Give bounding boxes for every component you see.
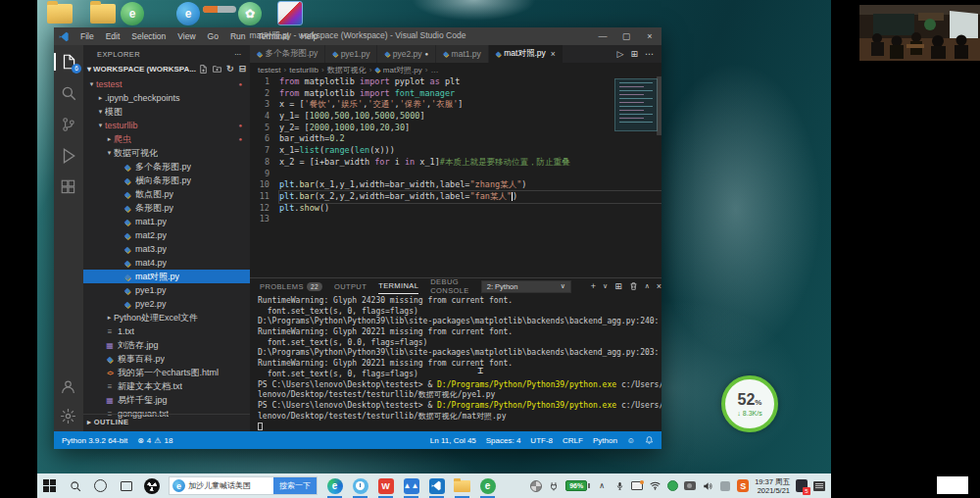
search-go-button[interactable]: 搜索一下 [273,477,317,494]
feedback-icon[interactable]: ☺ [627,436,635,445]
run-debug-icon[interactable] [60,147,77,165]
refresh-icon[interactable]: ↻ [226,64,234,74]
menu-item-go[interactable]: Go [203,29,223,43]
code-line[interactable]: 6bar_width=0.2 [250,133,662,145]
tree-item[interactable]: ◆pye2.py [83,297,250,311]
tree-item[interactable]: ▾模图 [83,105,250,119]
panel-tab-output[interactable]: OUTPUT [334,278,367,294]
python-version-status[interactable]: Python 3.9.2 64-bit [62,436,127,445]
minimize-button[interactable]: — [591,27,614,45]
tree-item[interactable]: ◆横向条形图.py [83,174,250,187]
clock-app-icon[interactable] [352,477,368,494]
tree-item[interactable]: ◆糗事百科.py [83,352,250,366]
editor-tab[interactable]: ◆mat1.py [436,45,489,63]
wifi-icon[interactable] [649,480,661,492]
breadcrumb-item[interactable]: testurllib [289,66,318,75]
file-explorer-icon[interactable] [454,477,470,494]
status-item[interactable]: CRLF [563,436,583,445]
selected-app-desktop-icon[interactable] [277,1,303,25]
tree-item[interactable]: ◆条形图.py [83,201,250,215]
code-line[interactable]: 10plt.bar(x_1,y_1,width=bar_width,label=… [250,179,662,191]
browser-360-desktop-icon[interactable]: e [121,2,144,25]
editor-more-icon[interactable]: ⋯ [645,49,654,59]
code-line[interactable]: 5y_2= [2000,1000,100,20,30] [250,123,662,134]
black-circle-app-icon[interactable] [143,477,160,494]
editor-tab[interactable]: ◆pye2.py● [377,45,436,63]
status-item[interactable]: Ln 11, Col 45 [430,436,476,445]
tree-item[interactable]: ▾testurllib● [83,119,250,132]
close-button[interactable]: × [638,27,662,45]
power-plug-icon[interactable] [548,480,560,492]
code-editor[interactable]: 1from matplotlib import pyplot as plt2fr… [250,76,662,277]
sogou-input-icon[interactable]: S [737,480,749,492]
tree-item[interactable]: ▦易烊千玺.jpg [83,393,250,407]
account-icon[interactable] [60,378,77,396]
battery-indicator[interactable]: 96% [565,480,590,491]
menu-item-edit[interactable]: Edit [101,29,125,43]
screenshot-tray-icon[interactable] [631,480,643,492]
breadcrumb-item[interactable]: … [430,66,438,75]
settings-gear-icon[interactable] [60,408,77,425]
problems-status[interactable]: ⊗ 4 ⚠ 18 [137,436,172,445]
menu-item-terminal[interactable]: Terminal [253,29,294,43]
breadcrumb-item[interactable]: testest [258,66,281,75]
collapse-all-icon[interactable]: ⊟ [238,64,246,74]
tree-item[interactable]: ◆散点图.py [83,187,250,201]
hidden-icons-chevron[interactable]: ∧ [596,480,608,492]
tree-item[interactable]: ◆mat3.py [83,242,250,256]
code-line[interactable]: 3x = ['餐饮','娱乐','交通','保养','衣服'] [250,99,662,111]
panel-tab-terminal[interactable]: TERMINAL [378,278,418,294]
blue-m-app-icon[interactable]: ▲▲ [403,477,419,494]
new-folder-icon[interactable] [213,65,221,74]
action-center-icon[interactable] [813,480,825,492]
tree-item[interactable]: ≡新建文本文档.txt [83,379,250,393]
editor-tab[interactable]: ◆pye1.py [325,45,377,63]
start-button[interactable] [41,477,58,494]
code-line[interactable]: 9 [250,169,662,180]
new-terminal-icon[interactable]: + [591,281,596,291]
menu-item-selection[interactable]: Selection [126,29,171,43]
ie-browser-desktop-icon[interactable]: e [176,2,200,25]
microphone-tray-icon[interactable] [613,480,625,492]
workspace-section-header[interactable]: ▾ WORKSPACE (WORKSPA... ↻ ⊟ [83,62,250,75]
edge-browser-icon[interactable]: e [326,477,343,494]
code-line[interactable]: 8x_2 = [i+bar_width for i in x_1]#本质上就是要… [250,157,662,169]
webcam-thumbnail[interactable] [859,5,980,61]
explorer-icon[interactable]: 6 [60,53,77,71]
code-line[interactable]: 1from matplotlib import pyplot as plt [250,76,662,88]
tree-item[interactable]: ◆mat1.py [83,215,250,228]
notification-app-icon[interactable]: 5 [796,480,808,492]
tree-item[interactable]: ◆mat4.py [83,256,250,270]
wps-icon[interactable]: W [377,477,394,494]
desktop-folder-icon[interactable] [90,4,116,24]
new-file-icon[interactable] [199,65,208,74]
breadcrumb-item[interactable]: mat对照.py [383,65,422,75]
taskbar-clock[interactable]: 19:37 周五 2021/5/21 [755,477,790,495]
terminal-output[interactable]: RuntimeWarning: Glyph 24230 missing from… [250,294,662,431]
source-control-icon[interactable] [60,116,77,133]
split-editor-icon[interactable]: ⊞ [630,49,638,59]
menu-item-run[interactable]: Run [225,29,251,43]
code-line[interactable]: 11plt.bar(x_2,y_2,width=bar_width,label=… [250,191,662,203]
green-app-desktop-icon[interactable]: ✿ [238,2,262,25]
tree-item[interactable]: ◆mat2.py [83,228,250,242]
vscode-titlebar[interactable]: mat对照.py - workspace (Workspace) - Visua… [54,27,662,45]
editor-tab[interactable]: ◆多个条形图.py [250,45,325,63]
menu-item-help[interactable]: Help [296,29,322,43]
cortana-icon[interactable] [92,477,109,494]
desktop-folder-icon[interactable] [47,4,73,24]
terminal-dropdown-icon[interactable]: ∨ [603,282,608,290]
code-line[interactable]: 12plt.show() [250,203,662,215]
extensions-icon[interactable] [60,178,77,196]
menu-item-view[interactable]: View [172,29,200,43]
volume-icon[interactable] [702,480,713,492]
close-icon[interactable]: × [551,49,556,59]
status-item[interactable]: Spaces: 4 [486,436,521,445]
breadcrumb[interactable]: testest›testurllib›数据可视化›◆mat对照.py›… [250,63,662,76]
close-panel-icon[interactable]: × [657,281,662,291]
tree-item[interactable]: ≡1.txt [83,324,250,338]
green-e-browser-icon[interactable]: e [479,477,496,494]
code-line[interactable]: 2from matplotlib import font_manager [250,88,662,100]
taskbar-news-search-box[interactable]: e 加沙儿童喊话美国 搜索一下 [169,476,318,495]
tree-item[interactable]: <>我的第一个echarts图.html [83,366,250,379]
